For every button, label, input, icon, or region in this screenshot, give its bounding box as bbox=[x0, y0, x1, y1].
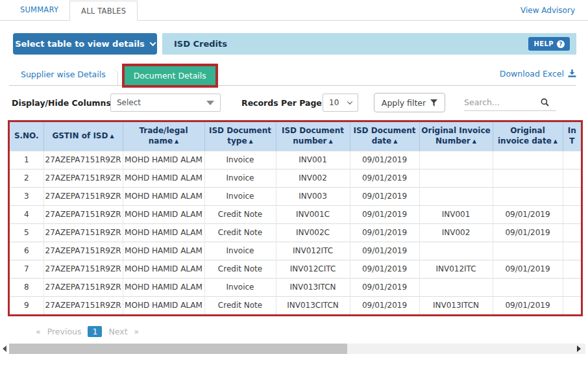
cell-doc-type: Invoice bbox=[204, 187, 276, 205]
isd-credits-page: SUMMARY ALL TABLES View Advisory Select … bbox=[0, 0, 588, 365]
table-controls: Display/Hide Columns: Select Records Per… bbox=[12, 93, 576, 114]
cell-orig-invoice-date bbox=[493, 151, 563, 169]
cell-doc-date: 09/01/2019 bbox=[350, 296, 419, 314]
column-header[interactable]: Original invoice date▲ bbox=[493, 122, 563, 151]
cell-doc-type: Invoice bbox=[204, 242, 276, 260]
cell-trade-name: MOHD HAMID ALAM bbox=[123, 223, 204, 242]
view-advisory-link[interactable]: View Advisory bbox=[521, 6, 575, 15]
cell-trade-name: MOHD HAMID ALAM bbox=[123, 151, 204, 169]
column-header[interactable]: ISD Document date▲ bbox=[350, 122, 419, 151]
column-header[interactable]: S.NO. bbox=[10, 122, 43, 151]
cell-sno: 4 bbox=[10, 205, 43, 223]
cell-clipped bbox=[563, 260, 581, 278]
sort-asc-icon: ▲ bbox=[110, 133, 114, 139]
arrow-left-icon[interactable] bbox=[3, 346, 6, 352]
cell-doc-number: INV002C bbox=[276, 223, 350, 242]
arrow-right-icon[interactable] bbox=[577, 346, 581, 352]
table-row: 9 27AZEPA7151R9ZR MOHD HAMID ALAM Credit… bbox=[10, 296, 581, 314]
apply-filter-button[interactable]: Apply filter bbox=[374, 93, 445, 112]
download-excel-label: Download Excel bbox=[500, 69, 564, 79]
isd-credits-table: S.NO.GSTIN of ISD▲Trade/legal name▲ISD D… bbox=[10, 122, 581, 314]
cell-doc-number: INV002 bbox=[276, 169, 350, 187]
column-header[interactable]: GSTIN of ISD▲ bbox=[43, 122, 123, 151]
records-per-page-select[interactable]: 10 bbox=[323, 94, 358, 112]
cell-doc-type: Credit Note bbox=[204, 260, 276, 278]
column-header[interactable]: In T bbox=[563, 122, 581, 151]
cell-trade-name: MOHD HAMID ALAM bbox=[123, 260, 204, 278]
download-excel-link[interactable]: Download Excel bbox=[500, 69, 576, 81]
cell-clipped bbox=[563, 151, 581, 169]
search-input[interactable] bbox=[464, 97, 541, 107]
cell-doc-date: 09/01/2019 bbox=[350, 223, 419, 242]
tab-all-tables[interactable]: ALL TABLES bbox=[69, 1, 138, 21]
column-visibility-select[interactable]: Select bbox=[110, 94, 221, 112]
cell-sno: 5 bbox=[10, 223, 43, 242]
table-row: 7 27AZEPA7151R9ZR MOHD HAMID ALAM Credit… bbox=[10, 260, 581, 278]
cell-doc-type: Invoice bbox=[204, 278, 276, 296]
section-title-bar: ISD Credits HELP ? bbox=[162, 33, 576, 55]
cell-gstin: 27AZEPA7151R9ZR bbox=[43, 223, 123, 242]
pagination-previous[interactable]: Previous bbox=[47, 327, 82, 336]
column-header[interactable]: Trade/legal name▲ bbox=[123, 122, 204, 151]
help-button-label: HELP bbox=[533, 40, 554, 47]
pagination-prev-arrow[interactable]: « bbox=[36, 327, 41, 336]
table-row: 8 27AZEPA7151R9ZR MOHD HAMID ALAM Invoic… bbox=[10, 278, 581, 296]
cell-orig-invoice-number bbox=[419, 187, 493, 205]
question-circle-icon: ? bbox=[557, 40, 565, 48]
sort-asc-icon: ▲ bbox=[249, 138, 253, 144]
sort-asc-icon: ▲ bbox=[329, 138, 333, 144]
column-visibility-select-value: Select bbox=[117, 98, 141, 107]
select-table-button[interactable]: Select table to view details bbox=[13, 33, 157, 55]
cell-orig-invoice-number bbox=[419, 242, 493, 260]
cell-orig-invoice-date: 09/01/2019 bbox=[493, 205, 563, 223]
table-header-row: S.NO.GSTIN of ISD▲Trade/legal name▲ISD D… bbox=[10, 122, 581, 151]
column-label: ISD Document date bbox=[353, 126, 415, 145]
search-box bbox=[464, 94, 556, 111]
cell-doc-date: 09/01/2019 bbox=[350, 278, 419, 296]
cell-clipped bbox=[563, 187, 581, 205]
column-label: S.NO. bbox=[14, 131, 39, 140]
horizontal-scrollbar bbox=[3, 343, 585, 354]
column-header[interactable]: ISD Document number▲ bbox=[276, 122, 350, 151]
cell-doc-number: INV001 bbox=[276, 151, 350, 169]
tab-summary[interactable]: SUMMARY bbox=[9, 0, 69, 20]
cell-trade-name: MOHD HAMID ALAM bbox=[123, 242, 204, 260]
cell-orig-invoice-date: 09/01/2019 bbox=[493, 296, 563, 314]
cell-clipped bbox=[563, 205, 581, 223]
cell-gstin: 27AZEPA7151R9ZR bbox=[43, 242, 123, 260]
cell-orig-invoice-number: INV013ITCN bbox=[419, 296, 493, 314]
magnifier-icon[interactable] bbox=[541, 98, 549, 107]
sort-asc-icon: ▲ bbox=[554, 138, 557, 144]
cell-doc-type: Credit Note bbox=[204, 223, 276, 242]
cell-doc-number: INV013CITCN bbox=[276, 296, 350, 314]
pagination-page-1[interactable]: 1 bbox=[88, 326, 102, 337]
column-label: GSTIN of ISD bbox=[52, 131, 108, 140]
cell-gstin: 27AZEPA7151R9ZR bbox=[43, 260, 123, 278]
column-label: In T bbox=[568, 126, 576, 145]
cell-orig-invoice-date bbox=[493, 187, 563, 205]
funnel-icon bbox=[430, 99, 437, 107]
cell-sno: 6 bbox=[10, 242, 43, 260]
cell-doc-date: 09/01/2019 bbox=[350, 187, 419, 205]
table-row: 3 27AZEPA7151R9ZR MOHD HAMID ALAM Invoic… bbox=[10, 187, 581, 205]
cell-orig-invoice-number bbox=[419, 278, 493, 296]
cell-doc-type: Credit Note bbox=[204, 205, 276, 223]
cell-sno: 3 bbox=[10, 187, 43, 205]
column-header[interactable]: ISD Document type▲ bbox=[204, 122, 276, 151]
cell-trade-name: MOHD HAMID ALAM bbox=[123, 296, 204, 314]
tab-supplier-wise-details[interactable]: Supplier wise Details bbox=[9, 69, 118, 85]
pagination-next-arrow[interactable]: » bbox=[134, 327, 140, 336]
pagination-next[interactable]: Next bbox=[108, 327, 127, 336]
cell-orig-invoice-number bbox=[419, 151, 493, 169]
scrollbar-track[interactable] bbox=[9, 344, 585, 354]
display-hide-columns-label: Display/Hide Columns: bbox=[12, 98, 114, 108]
help-button[interactable]: HELP ? bbox=[528, 37, 570, 51]
column-header[interactable]: Original Invoice Number▲ bbox=[419, 122, 493, 151]
cell-doc-date: 09/01/2019 bbox=[350, 205, 419, 223]
cell-doc-number: INV012ITC bbox=[276, 242, 350, 260]
scrollbar-thumb[interactable] bbox=[9, 344, 347, 354]
cell-clipped bbox=[563, 278, 581, 296]
tab-document-details[interactable]: Document Details bbox=[125, 66, 215, 85]
column-label: ISD Document number bbox=[282, 126, 344, 145]
section-header-row: Select table to view details ISD Credits… bbox=[13, 33, 576, 55]
